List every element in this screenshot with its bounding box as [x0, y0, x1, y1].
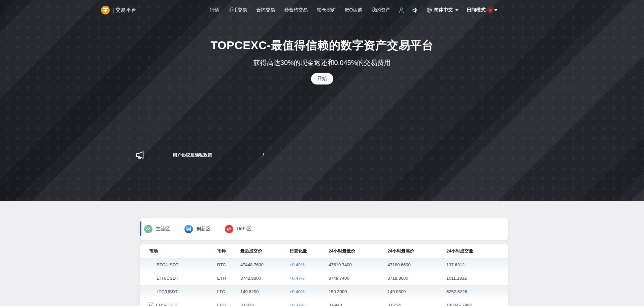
navbar-right: 简体中文 日间模式: [390, 6, 498, 14]
change-cell: +0.32%: [290, 303, 329, 306]
col-header-volume: 24小时成交量: [446, 248, 508, 254]
high-cell: 47180.6600: [387, 262, 446, 267]
low-cell: 3748.7400: [329, 276, 387, 281]
high-cell: 3718.3600: [387, 276, 446, 281]
tab-mainstream[interactable]: 主流区: [144, 225, 170, 233]
col-header-low: 24小时最低价: [329, 248, 387, 254]
brand-name: | 交易平台: [112, 7, 136, 13]
pair-cell: EOS/USDT: [140, 302, 217, 306]
announcement-speaker-icon[interactable]: [412, 7, 419, 14]
change-cell: +0.49%: [290, 262, 329, 267]
start-button[interactable]: 开始: [311, 73, 333, 84]
hero-content: TOPCEXC-最值得信赖的数字资产交易平台 获得高达30%的现金返还和0.04…: [0, 38, 644, 84]
tab-label: DeFi区: [237, 226, 251, 232]
coin-cell: BTC: [217, 262, 240, 267]
table-row-ltc[interactable]: LTC/USDT LTC 149.8200 +0.40% 150.3000 14…: [140, 285, 508, 298]
language-selector[interactable]: 简体中文: [426, 7, 459, 13]
green-line-chart-icon: [144, 225, 152, 233]
nav-item-second-contract[interactable]: 秒合约交易: [284, 7, 308, 13]
pair-cell: ETH/USDT: [140, 276, 217, 281]
low-cell: 47519.7400: [329, 262, 387, 267]
coin-cell: ETH: [217, 276, 240, 281]
broken-image-icon: [147, 302, 154, 306]
last-cell: 47448.7600: [240, 262, 290, 267]
pair-cell: LTC/USDT: [140, 289, 217, 294]
hero-subtitle: 获得高达30%的现金返还和0.045%的交易费用: [0, 58, 644, 67]
market-section: 主流区 创新区: [0, 201, 644, 306]
table-header-row: 市场 币种 最后成交价 日变化量 24小时最低价 24小时最高价 24小时成交量: [140, 244, 508, 258]
col-header-last: 最后成交价: [240, 248, 290, 254]
last-cell: 3742.8300: [240, 276, 290, 281]
col-header-market: 市场: [140, 248, 217, 254]
nav-item-markets[interactable]: 行情: [210, 7, 219, 13]
tether-logo-icon: [101, 6, 110, 14]
language-label: 简体中文: [434, 7, 453, 13]
market-card: 主流区 创新区: [140, 218, 508, 306]
low-cell: 150.3000: [329, 289, 387, 294]
tab-label: 创新区: [196, 226, 210, 232]
page-title: TOPCEXC-最值得信赖的数字资产交易平台: [0, 38, 644, 53]
volume-cell: 137.6312: [446, 262, 508, 267]
tab-defi[interactable]: DeFi区: [225, 225, 251, 233]
col-header-change: 日变化量: [290, 248, 329, 254]
table-row-eth[interactable]: ETH/USDT ETH 3742.8300 +0.47% 3748.7400 …: [140, 271, 508, 285]
top-navbar: | 交易平台 行情 币币交易 合约交易 秒合约交易 锁仓挖矿 IEO认购 我的资…: [0, 0, 644, 20]
tab-innovation[interactable]: 创新区: [184, 225, 210, 233]
globe-icon: [426, 7, 432, 13]
change-cell: +0.47%: [290, 276, 329, 281]
last-cell: 3.0873: [240, 303, 290, 306]
megaphone-icon: [135, 150, 145, 160]
day-mode-toggle[interactable]: 日间模式: [467, 7, 498, 13]
table-row-eos[interactable]: EOS/USDT EOS 3.0873 +0.32% 3.0940 3.0724…: [140, 298, 508, 306]
pair-label: EOS/USDT: [156, 303, 178, 306]
last-cell: 149.8200: [240, 289, 290, 294]
nav-item-ieo[interactable]: IEO认购: [345, 7, 362, 13]
volume-cell: 6252.5226: [446, 289, 508, 294]
blue-coins-icon: [184, 225, 193, 233]
announcement-link[interactable]: 用户协议及隐私政策: [173, 152, 212, 158]
main-nav: 行情 币币交易 合约交易 秒合约交易 锁仓挖矿 IEO认购 我的资产: [210, 7, 390, 13]
col-header-coin: 币种: [217, 248, 240, 254]
mode-label: 日间模式: [467, 7, 485, 13]
table-row-btc[interactable]: BTC/USDT BTC 47448.7600 +0.49% 47519.740…: [140, 258, 508, 271]
volume-cell: 145046.7997: [446, 303, 508, 306]
col-header-high: 24小时最高价: [387, 248, 446, 254]
pair-cell: BTC/USDT: [140, 262, 217, 267]
nav-item-my-assets[interactable]: 我的资产: [371, 7, 390, 13]
announcement-bar: 用户协议及隐私政策 /: [135, 150, 264, 160]
chevron-down-icon: [494, 9, 498, 11]
volume-cell: 1011.1832: [446, 276, 508, 281]
high-cell: 149.0800: [387, 289, 446, 294]
nav-item-lock-mining[interactable]: 锁仓挖矿: [317, 7, 336, 13]
active-tab-accent-bar: [140, 222, 141, 236]
market-tabs: 主流区 创新区: [140, 218, 508, 240]
mode-sun-dot-icon: [489, 9, 492, 12]
announcement-separator: /: [263, 152, 264, 158]
nav-item-spot-trade[interactable]: 币币交易: [228, 7, 247, 13]
nav-item-contract-trade[interactable]: 合约交易: [256, 7, 275, 13]
low-cell: 3.0940: [329, 303, 387, 306]
high-cell: 3.0724: [387, 303, 446, 306]
user-account-icon[interactable]: [398, 6, 405, 14]
tab-label: 主流区: [156, 226, 170, 232]
change-cell: +0.40%: [290, 289, 329, 294]
brand-logo[interactable]: | 交易平台: [101, 6, 136, 14]
coin-cell: EOS: [217, 303, 240, 306]
red-swirl-icon: [225, 225, 233, 233]
hero-section: | 交易平台 行情 币币交易 合约交易 秒合约交易 锁仓挖矿 IEO认购 我的资…: [0, 0, 644, 201]
coin-cell: LTC: [217, 289, 240, 294]
market-table: 市场 币种 最后成交价 日变化量 24小时最低价 24小时最高价 24小时成交量…: [140, 244, 508, 306]
chevron-down-icon: [455, 9, 459, 11]
